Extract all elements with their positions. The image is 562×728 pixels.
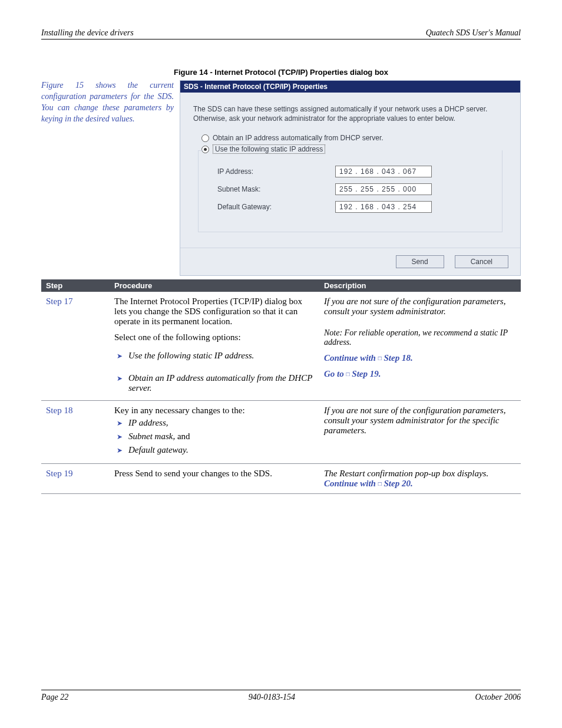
default-gateway-label: Default Gateway: <box>217 203 335 211</box>
table-row: Step 19 Press Send to send your changes … <box>41 464 521 494</box>
margin-note: Figure 15 shows the current configuratio… <box>41 80 180 125</box>
chevron-right-icon: ➤ <box>117 418 123 429</box>
bullet-text: Obtain an IP address automatically from … <box>128 373 315 393</box>
chevron-right-icon: ➤ <box>117 445 123 456</box>
chevron-right-icon: ➤ <box>117 351 123 362</box>
ip-address-label: IP Address: <box>217 167 335 176</box>
footer-date: October 2006 <box>475 693 521 702</box>
continue-link: Continue with □ Step 20. <box>324 479 516 489</box>
page-footer: Page 22 940-0183-154 October 2006 <box>41 690 521 702</box>
col-description: Description <box>319 279 521 292</box>
footer-docnum: 940-0183-154 <box>249 693 295 702</box>
tcpip-dialog: SDS - Internet Protocol (TCP/IP) Propert… <box>180 80 521 276</box>
continue-link: Continue with □ Step 18. <box>324 353 516 363</box>
step-link: Step 17 <box>46 297 72 306</box>
radio-icon <box>201 134 209 142</box>
header-right: Quatech SDS User's Manual <box>426 28 521 38</box>
procedure-text: The Internet Protocol Properties (TCP/IP… <box>114 297 315 327</box>
list-item: ➤ IP address, <box>114 418 315 429</box>
table-row: Step 17 The Internet Protocol Properties… <box>41 292 521 400</box>
procedure-text: Select one of the following options: <box>114 332 315 342</box>
subnet-mask-input[interactable]: 255 . 255 . 255 . 000 <box>335 183 432 195</box>
col-procedure: Procedure <box>110 279 319 292</box>
col-step: Step <box>41 279 110 292</box>
ip-address-input[interactable]: 192 . 168 . 043 . 067 <box>335 166 432 177</box>
page-header: Installing the device drivers Quatech SD… <box>41 28 521 39</box>
step-link: Step 19 <box>46 469 72 478</box>
description-text: If you are not sure of the configuration… <box>324 297 516 317</box>
description-text: The Restart confirmation pop-up box disp… <box>324 469 516 479</box>
list-item: ➤ Use the following static IP address. <box>114 351 315 362</box>
radio-obtain-dhcp[interactable]: Obtain an IP address automatically from … <box>193 134 507 142</box>
dialog-intro-text: The SDS can have these settings assigned… <box>193 104 507 123</box>
cancel-button[interactable]: Cancel <box>455 255 508 268</box>
goto-link: Go to □ Step 19. <box>324 369 516 379</box>
bullet-text: Default gateway. <box>128 445 315 455</box>
send-button[interactable]: Send <box>396 255 444 268</box>
procedure-text: Press Send to send your changes to the S… <box>114 469 315 479</box>
subnet-mask-label: Subnet Mask: <box>217 185 335 193</box>
list-item: ➤ Obtain an IP address automatically fro… <box>114 373 315 393</box>
bullet-text: Use the following static IP address. <box>128 351 315 361</box>
header-left: Installing the device drivers <box>41 28 134 38</box>
table-row: Step 18 Key in any necessary changes to … <box>41 400 521 464</box>
static-ip-fieldset: IP Address: 192 . 168 . 043 . 067 Subnet… <box>198 150 503 232</box>
footer-page: Page 22 <box>41 693 68 702</box>
dialog-title: SDS - Internet Protocol (TCP/IP) Propert… <box>180 81 520 93</box>
bullet-text: Subnet mask, and <box>128 431 315 442</box>
bullet-text: IP address, <box>128 418 315 428</box>
chevron-right-icon: ➤ <box>117 431 123 443</box>
procedure-table: Step Procedure Description Step 17 The I… <box>41 279 521 494</box>
note-text: Note: For reliable operation, we recomme… <box>324 328 516 347</box>
chevron-right-icon: ➤ <box>117 373 123 384</box>
list-item: ➤ Default gateway. <box>114 445 315 456</box>
figure-caption: Figure 14 - Internet Protocol (TCP/IP) P… <box>41 68 521 77</box>
default-gateway-input[interactable]: 192 . 168 . 043 . 254 <box>335 201 432 213</box>
step-link: Step 18 <box>46 406 72 415</box>
radio-label: Obtain an IP address automatically from … <box>213 134 384 142</box>
procedure-text: Key in any necessary changes to the: <box>114 406 315 416</box>
list-item: ➤ Subnet mask, and <box>114 431 315 443</box>
description-text: If you are not sure of the configuration… <box>324 406 516 436</box>
